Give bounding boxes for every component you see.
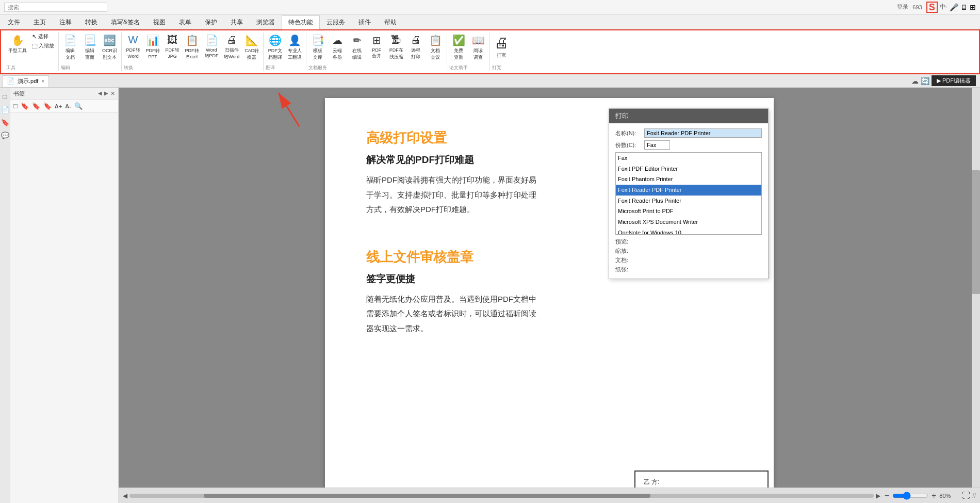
sign-party: 乙 方: bbox=[644, 478, 759, 486]
tab-view[interactable]: 视图 bbox=[146, 15, 172, 29]
zoom-out-button[interactable]: − bbox=[885, 491, 889, 500]
select-tool-button[interactable]: ↖ 选择 bbox=[30, 33, 56, 41]
svg-line-1 bbox=[279, 93, 299, 126]
printer-foxit-plus[interactable]: Foxit Reader Plus Printer bbox=[616, 196, 761, 206]
online-edit-button[interactable]: ✏ 在线编辑 bbox=[348, 33, 366, 62]
doc-meeting-label: 文档会议 bbox=[431, 47, 440, 61]
login-button[interactable]: 登录 bbox=[897, 3, 908, 11]
pdf-translate-label: PDF文档翻译 bbox=[268, 47, 282, 61]
doc-tab-name: 演示.pdf bbox=[18, 77, 38, 85]
search-input[interactable] bbox=[4, 3, 107, 12]
print-copies-input[interactable] bbox=[644, 140, 670, 150]
cad-pdf-icon: 📐 bbox=[246, 34, 258, 46]
cloud-backup-button[interactable]: ☁ 云端备份 bbox=[328, 33, 347, 62]
horizontal-scrollbar[interactable] bbox=[129, 494, 874, 498]
print-wide-button[interactable]: 🖨 打宽 bbox=[492, 33, 511, 60]
pdf-to-jpg-button[interactable]: 🖼 PDF转JPG bbox=[163, 33, 182, 60]
toolbar-group-convert: W PDF转Word 📊 PDF转PPT 🖼 PDF转JPG 📋 PDF转Exc… bbox=[122, 33, 264, 71]
sidebar-tool-search[interactable]: 🔍 bbox=[74, 102, 83, 110]
sidebar-nav-next[interactable]: ▶ bbox=[104, 90, 108, 97]
logo-s: S bbox=[926, 2, 938, 13]
doc-tab-pdf[interactable]: 📄 演示.pdf × bbox=[2, 75, 49, 87]
printer-onenote[interactable]: OneNote for Windows 10 bbox=[616, 228, 761, 235]
pdf-scrollbar[interactable] bbox=[972, 88, 980, 501]
tab-convert[interactable]: 转换 bbox=[78, 15, 104, 29]
pdf-to-excel-button[interactable]: 📋 PDF转Excel bbox=[183, 33, 201, 61]
fullscreen-button[interactable]: ⛶ bbox=[962, 491, 970, 500]
section2-body: 随着无纸化办公应用普及。当遇到使用PDF文档中 需要添加个人签名或者标识时，可以… bbox=[366, 292, 732, 336]
scroll-left-btn[interactable]: ◀ bbox=[123, 492, 127, 499]
print-zoom-label: 缩放: bbox=[615, 247, 636, 255]
template-button[interactable]: 📑 模板文库 bbox=[308, 33, 327, 62]
printer-ms-xps[interactable]: Microsoft XPS Document Writer bbox=[616, 217, 761, 228]
tab-protect[interactable]: 保护 bbox=[198, 15, 224, 29]
tab-form[interactable]: 表单 bbox=[172, 15, 198, 29]
sidebar-tool-larger[interactable]: A+ bbox=[55, 103, 62, 109]
sidebar-close-button[interactable]: ✕ bbox=[110, 90, 115, 97]
tab-file[interactable]: 文件 bbox=[1, 15, 27, 29]
word-to-pdf-button[interactable]: 📄 Word转PDF bbox=[202, 33, 221, 61]
cad-to-pdf-button[interactable]: 📐 CAD转换器 bbox=[242, 33, 261, 62]
sidebar-tool-tag[interactable]: 🔖 bbox=[43, 102, 52, 110]
remote-print-button[interactable]: 🖨 远程打印 bbox=[406, 33, 425, 62]
pdf-to-word-button[interactable]: W PDF转Word bbox=[124, 33, 142, 60]
printer-fax[interactable]: Fax bbox=[616, 153, 761, 164]
tab-special[interactable]: 特色功能 bbox=[282, 15, 320, 29]
pdf-compress-button[interactable]: 🗜 PDF在线压缩 bbox=[387, 33, 405, 62]
bottom-bar: ◀ ▶ − + 80% ⛶ // bbox=[119, 488, 980, 503]
hand-tool-button[interactable]: ✋ 手型工具 bbox=[6, 33, 29, 56]
pdf-to-ppt-button[interactable]: 📊 PDF转PPT bbox=[143, 33, 162, 61]
pdf-word-label: PDF转Word bbox=[126, 47, 140, 59]
sidebar-icon-page[interactable]: □ bbox=[3, 93, 7, 101]
printer-foxit-reader[interactable]: Foxit Reader PDF Printer bbox=[616, 185, 761, 196]
remote-print-label: 远程打印 bbox=[411, 47, 420, 60]
pdf-merge-button[interactable]: ⊞ PDF合并 bbox=[367, 33, 386, 61]
sidebar-tool-add[interactable]: 🔖 bbox=[21, 102, 29, 110]
edit-page-button[interactable]: 📃 编辑页面 bbox=[80, 33, 99, 62]
tab-help[interactable]: 帮助 bbox=[378, 15, 403, 29]
sidebar-icon-thumb[interactable]: 📄 bbox=[1, 106, 9, 113]
zoom-plus-button[interactable]: + bbox=[932, 491, 936, 500]
doc-meeting-button[interactable]: 📋 文档会议 bbox=[426, 33, 445, 62]
scroll-right-btn[interactable]: ▶ bbox=[876, 492, 880, 499]
sidebar-nav-prev[interactable]: ◀ bbox=[98, 90, 102, 97]
read-survey-label: 阅读调查 bbox=[473, 47, 483, 61]
template-label: 模板文库 bbox=[313, 47, 322, 61]
printer-foxit-editor[interactable]: Foxit PDF Editor Printer bbox=[616, 164, 761, 174]
ocr-button[interactable]: 🔤 OCR识别文本 bbox=[100, 33, 119, 62]
scan-to-word-button[interactable]: 🖨 扫描件转Word bbox=[222, 33, 241, 62]
read-survey-button[interactable]: 📖 阅读调查 bbox=[469, 33, 487, 62]
red-arrow bbox=[268, 88, 309, 131]
tab-close-button[interactable]: × bbox=[41, 78, 44, 84]
tab-share[interactable]: 共享 bbox=[224, 15, 250, 29]
foxit-panel-btn[interactable]: ▶ PDF编辑器 bbox=[932, 75, 976, 86]
tab-plugin[interactable]: 插件 bbox=[352, 15, 378, 29]
main-layout: □ 📄 🔖 💬 书签 ◀ ▶ ✕ □ 🔖 bbox=[0, 88, 980, 503]
printer-foxit-phantom[interactable]: Foxit Phantom Printer bbox=[616, 174, 761, 185]
pdf-translate-button[interactable]: 🌐 PDF文档翻译 bbox=[266, 33, 284, 62]
pro-translate-button[interactable]: 👤 专业人工翻译 bbox=[285, 33, 304, 62]
sidebar-icon-comment[interactable]: 💬 bbox=[1, 132, 9, 139]
edit-doc-button[interactable]: 📄 编辑文档 bbox=[61, 33, 79, 62]
shrink-tool-button[interactable]: ⬚ 入缩放 bbox=[30, 42, 56, 50]
pdf-scrollbar-thumb[interactable] bbox=[972, 170, 980, 294]
printer-ms-pdf[interactable]: Microsoft Print to PDF bbox=[616, 206, 761, 217]
sidebar-tool-page[interactable]: □ bbox=[13, 102, 18, 110]
tab-cloud[interactable]: 云服务 bbox=[320, 15, 352, 29]
edit-doc-icon: 📄 bbox=[64, 34, 77, 46]
toolbar-group-assistant: ✅ 免费查重 📖 阅读调查 论文助手 bbox=[447, 33, 490, 71]
tab-annotate[interactable]: 注释 bbox=[53, 15, 78, 29]
toolbar-group-tools: ✋ 手型工具 ↖ 选择 ⬚ 入缩放 工具 bbox=[4, 33, 59, 71]
tab-home[interactable]: 主页 bbox=[27, 15, 53, 29]
tab-browser[interactable]: 浏览器 bbox=[250, 15, 282, 29]
free-check-button[interactable]: ✅ 免费查重 bbox=[449, 33, 468, 62]
print-printer-list[interactable]: Fax Foxit PDF Editor Printer Foxit Phant… bbox=[615, 152, 762, 235]
sidebar-tool-remove[interactable]: 🔖 bbox=[32, 102, 40, 110]
sidebar-icon-bookmark[interactable]: 🔖 bbox=[1, 119, 9, 126]
logo-area: S 中· 🎤 🖥 ⊞ bbox=[926, 2, 976, 13]
sidebar-tool-smaller[interactable]: A- bbox=[65, 103, 71, 109]
zoom-slider[interactable] bbox=[892, 492, 928, 500]
tab-fill-sign[interactable]: 填写&签名 bbox=[104, 15, 146, 29]
print-name-input[interactable] bbox=[644, 128, 762, 138]
pro-translate-label: 专业人工翻译 bbox=[288, 47, 302, 61]
